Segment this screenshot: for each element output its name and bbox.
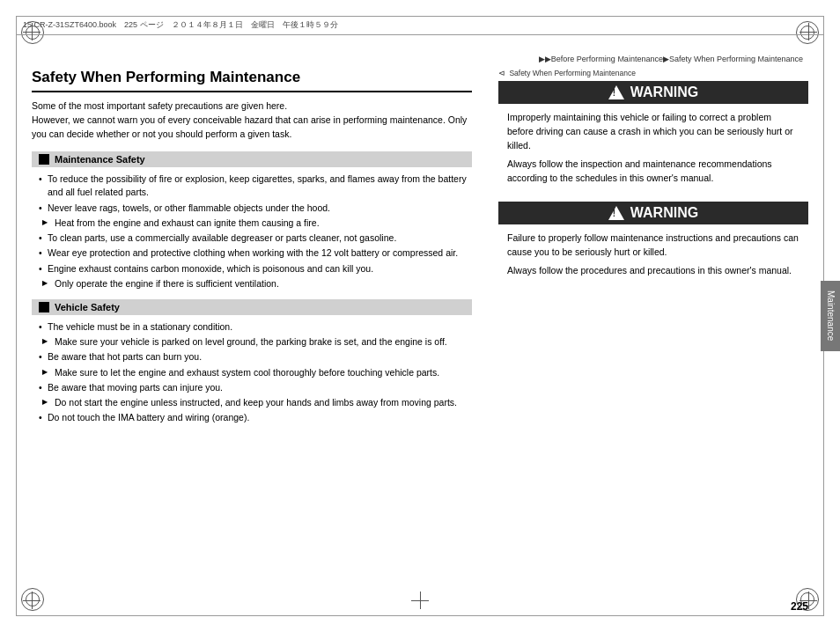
list-item: The vehicle must be in a stationary cond… <box>35 320 472 334</box>
warning-header-2: WARNING <box>498 202 808 224</box>
warning-header-1: WARNING <box>498 81 808 104</box>
sidebar-label-text: Safety When Performing Maintenance <box>509 69 636 77</box>
vehicle-safety-header: Vehicle Safety <box>32 299 472 315</box>
breadcrumb-text: ▶▶Before Performing Maintenance▶Safety W… <box>539 55 803 63</box>
breadcrumb: ▶▶Before Performing Maintenance▶Safety W… <box>16 51 824 67</box>
warning-box-1: WARNING Improperly maintaining this vehi… <box>498 81 808 193</box>
list-item: Heat from the engine and exhaust can ign… <box>35 217 472 230</box>
warning-para-1b: Always follow the inspection and mainten… <box>507 158 799 186</box>
vehicle-safety-list: The vehicle must be in a stationary cond… <box>32 320 472 425</box>
warning-body-1: Improperly maintaining this vehicle or f… <box>498 104 808 193</box>
warning-body-2: Failure to properly follow maintenance i… <box>498 224 808 285</box>
intro-text: Some of the most important safety precau… <box>32 99 472 141</box>
maintenance-safety-label: Maintenance Safety <box>55 154 145 165</box>
section-icon-2 <box>39 302 49 312</box>
vehicle-safety-label: Vehicle Safety <box>55 302 120 312</box>
warning-title-2: WARNING <box>630 205 698 221</box>
page-number: 225 <box>791 600 808 613</box>
list-item: Engine exhaust contains carbon monoxide,… <box>35 262 472 276</box>
warning-box-2: WARNING Failure to properly follow maint… <box>498 202 808 285</box>
side-tab: Maintenance <box>821 281 840 351</box>
maintenance-safety-list: To reduce the possibility of fire or exp… <box>32 173 472 290</box>
side-tab-label: Maintenance <box>826 290 836 341</box>
list-item: Make sure your vehicle is parked on leve… <box>35 335 472 349</box>
content-area: Safety When Performing Maintenance Some … <box>32 69 808 600</box>
left-column: Safety When Performing Maintenance Some … <box>32 69 490 600</box>
warning-triangle-icon-2 <box>608 206 624 220</box>
file-info: 15 CR-Z-31SZT6400.book 225 ページ ２０１４年８月１日… <box>23 19 817 31</box>
warning-para-2a: Failure to properly follow maintenance i… <box>507 231 799 260</box>
list-item: Never leave rags, towels, or other flamm… <box>35 202 472 215</box>
crosshair-tl <box>23 23 41 40</box>
intro-content: Some of the most important safety precau… <box>32 100 467 139</box>
warning-triangle-icon-1 <box>608 85 624 99</box>
list-item: Do not touch the IMA battery and wiring … <box>35 411 472 424</box>
list-item: Be aware that hot parts can burn you. <box>35 350 472 364</box>
crosshair-tr <box>799 23 817 40</box>
list-item: Be aware that moving parts can injure yo… <box>35 381 472 394</box>
right-column: Safety When Performing Maintenance WARNI… <box>490 69 808 600</box>
section-icon <box>39 154 49 165</box>
list-item: Only operate the engine if there is suff… <box>35 277 472 290</box>
list-item: Make sure to let the engine and exhaust … <box>35 366 472 379</box>
warning-para-2b: Always follow the procedures and precaut… <box>507 264 799 278</box>
sidebar-section-label: Safety When Performing Maintenance <box>498 69 808 77</box>
warning-title-1: WARNING <box>630 85 698 100</box>
list-item: Do not start the engine unless instructe… <box>35 396 472 409</box>
warning-para-1a: Improperly maintaining this vehicle or f… <box>507 111 799 152</box>
list-item: To reduce the possibility of fire or exp… <box>35 173 472 199</box>
list-item: Wear eye protection and protective cloth… <box>35 246 472 260</box>
maintenance-safety-header: Maintenance Safety <box>32 151 472 167</box>
list-item: To clean parts, use a commercially avail… <box>35 231 472 245</box>
page-title: Safety When Performing Maintenance <box>32 69 472 92</box>
header-bar: 15 CR-Z-31SZT6400.book 225 ページ ２０１４年８月１日… <box>16 16 824 35</box>
